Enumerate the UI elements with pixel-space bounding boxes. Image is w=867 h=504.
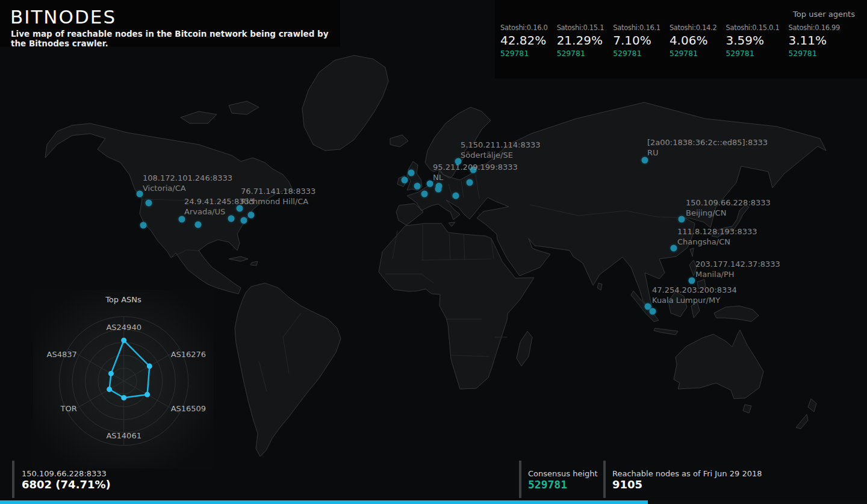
user-agent-height: 529781 — [726, 49, 780, 58]
brand-header: BITNODES Live map of reachable nodes in … — [0, 0, 340, 47]
radar-data-point — [147, 364, 152, 369]
node-ip: 150.109.66.228:8333 — [686, 198, 771, 208]
progress-bar — [0, 500, 648, 504]
reachable-nodes-label: Reachable nodes as of Fri Jun 29 2018 — [612, 469, 762, 478]
node-dot[interactable] — [642, 157, 648, 164]
selected-node-ip: 150.109.66.228:8333 — [22, 469, 107, 478]
top-asns-radar-chart — [33, 290, 214, 468]
user-agent-name: Satoshi:0.16.1 — [613, 23, 660, 32]
node-dot[interactable] — [427, 181, 434, 187]
radar-axis-label: AS16509 — [171, 403, 207, 412]
node-location: Richmond Hill/CA — [241, 197, 315, 207]
user-agent-name: Satoshi:0.16.99 — [789, 23, 841, 32]
node-dot[interactable] — [195, 222, 202, 228]
status-divider — [12, 461, 14, 498]
reachable-nodes-value: 9105 — [612, 478, 642, 491]
node-label: 108.172.101.246:8333Victoria/CA — [143, 173, 232, 193]
user-agent-item: Satoshi:0.15.0.13.59%529781 — [726, 23, 780, 58]
node-dot[interactable] — [179, 216, 185, 223]
node-dot[interactable] — [435, 186, 442, 193]
node-ip: 95.211.209.199:8333 — [433, 163, 518, 173]
radar-data-point — [121, 395, 126, 400]
node-dot[interactable] — [146, 200, 152, 207]
user-agent-percent: 21.29% — [557, 33, 604, 48]
node-ip: [2a00:1838:36:2c::ed85]:8333 — [647, 138, 768, 148]
node-dot[interactable] — [650, 308, 656, 315]
node-dot[interactable] — [402, 177, 408, 184]
user-agent-percent: 3.11% — [789, 33, 841, 48]
user-agent-height: 529781 — [789, 49, 841, 58]
user-agent-height: 529781 — [670, 49, 717, 58]
node-dot[interactable] — [140, 222, 147, 229]
top-asns-panel: Top ASNs AS24940AS16276AS16509AS14061TOR… — [33, 290, 214, 468]
node-ip: 47.254.203.200:8334 — [652, 285, 737, 296]
node-dot[interactable] — [414, 183, 421, 190]
tagline: Live map of reachable nodes in the Bitco… — [11, 29, 340, 48]
node-dot[interactable] — [453, 193, 459, 199]
node-dot[interactable] — [689, 278, 695, 284]
node-ip: 76.71.141.18:8333 — [241, 187, 315, 197]
bitnodes-live-map: 108.172.101.246:8333Victoria/CA24.9.41.2… — [0, 0, 867, 504]
top-user-agents-panel: Top user agents Satoshi:0.16.042.82%5297… — [495, 0, 867, 78]
user-agent-name: Satoshi:0.15.0.1 — [726, 23, 780, 32]
radar-data-point — [144, 392, 150, 397]
user-agent-percent: 4.06% — [670, 33, 717, 48]
node-label: 76.71.141.18:8333Richmond Hill/CA — [241, 187, 315, 207]
node-ip: 5.150.211.114:8333 — [461, 140, 541, 151]
user-agent-percent: 3.59% — [726, 33, 780, 48]
status-divider — [603, 461, 606, 498]
bitnodes-logo[interactable]: BITNODES — [10, 6, 340, 28]
node-location: Södertälje/SE — [461, 151, 541, 161]
radar-axis-label: AS14061 — [106, 431, 141, 440]
user-agent-height: 529781 — [500, 49, 548, 58]
node-label: 5.150.211.114:8333Södertälje/SE — [461, 140, 541, 160]
node-dot[interactable] — [421, 191, 428, 198]
node-location: Arvada/US — [184, 207, 254, 217]
top-user-agents-list: Satoshi:0.16.042.82%529781Satoshi:0.15.1… — [495, 19, 867, 58]
node-location: Beijing/CN — [686, 208, 771, 219]
node-ip: 111.8.128.193:8333 — [677, 227, 757, 237]
node-dot[interactable] — [241, 217, 247, 224]
node-dot[interactable] — [137, 191, 143, 198]
user-agent-height: 529781 — [557, 49, 604, 58]
selected-node-count: 6802 (74.71%) — [22, 478, 111, 491]
node-label: 203.177.142.37:8333Manila/PH — [695, 260, 780, 279]
node-dot[interactable] — [671, 245, 677, 252]
node-location: RU — [647, 148, 768, 158]
node-dot[interactable] — [408, 170, 415, 176]
user-agent-percent: 7.10% — [613, 33, 660, 48]
radar-axis-label: TOR — [61, 403, 77, 412]
radar-axis-label: AS24940 — [106, 322, 141, 331]
node-label: 111.8.128.193:8333Changsha/CN — [677, 227, 757, 247]
radar-data-point — [107, 387, 112, 392]
consensus-height-label: Consensus height — [528, 469, 598, 478]
user-agent-item: Satoshi:0.16.17.10%529781 — [613, 23, 660, 58]
node-location: Kuala Lumpur/MY — [652, 296, 737, 306]
node-label: 95.211.209.199:8333NL — [433, 163, 518, 182]
user-agent-name: Satoshi:0.15.1 — [557, 23, 604, 32]
user-agent-name: Satoshi:0.14.2 — [670, 23, 717, 32]
user-agent-item: Satoshi:0.16.993.11%529781 — [789, 23, 841, 58]
node-ip: 203.177.142.37:8333 — [695, 260, 780, 270]
user-agent-height: 529781 — [613, 49, 660, 58]
node-dot[interactable] — [645, 303, 651, 310]
node-label: 47.254.203.200:8334Kuala Lumpur/MY — [652, 285, 737, 305]
user-agent-item: Satoshi:0.15.121.29%529781 — [557, 23, 604, 58]
radar-axis-label: AS16276 — [171, 349, 207, 358]
consensus-height-value: 529781 — [528, 478, 567, 491]
node-label: 150.109.66.228:8333Beijing/CN — [686, 198, 771, 218]
node-dot[interactable] — [679, 216, 685, 223]
node-location: Manila/PH — [695, 270, 780, 280]
user-agent-item: Satoshi:0.14.24.06%529781 — [670, 23, 717, 58]
top-user-agents-title: Top user agents — [495, 0, 867, 19]
node-ip: 108.172.101.246:8333 — [143, 173, 232, 184]
user-agent-item: Satoshi:0.16.042.82%529781 — [500, 23, 548, 58]
progress-track — [0, 500, 867, 504]
node-location: Victoria/CA — [143, 184, 232, 194]
radar-data-point — [108, 371, 114, 376]
status-divider — [519, 461, 521, 498]
node-location: Changsha/CN — [677, 237, 757, 247]
user-agent-percent: 42.82% — [500, 33, 548, 48]
radar-axis-label: AS4837 — [47, 349, 77, 358]
node-label: [2a00:1838:36:2c::ed85]:8333RU — [647, 138, 768, 158]
